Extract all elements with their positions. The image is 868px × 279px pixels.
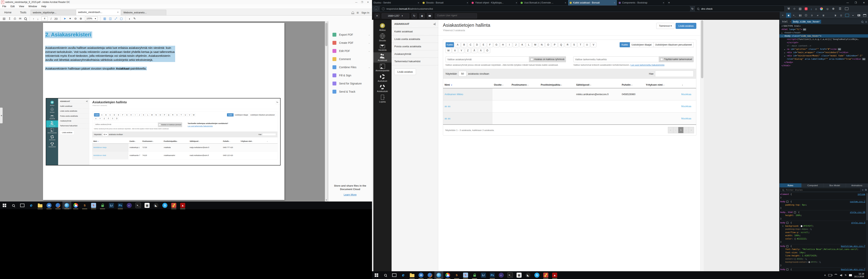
document-tab[interactable]: Webvire_extraneto... (121, 10, 166, 15)
stylesheet-link[interactable]: custom.css:2 (850, 200, 866, 204)
taskbar-acrobat-reader[interactable]: ▲ (550, 271, 559, 279)
color-swatch[interactable] (794, 238, 796, 240)
alphabet-button-G[interactable]: G (494, 42, 499, 47)
alphabet-button-C[interactable]: C (468, 42, 473, 47)
responsive-mode-icon[interactable] (845, 14, 849, 17)
alphabet-button-L[interactable]: L (146, 113, 150, 117)
sidebar-item-aloitus[interactable]: BAloitus (373, 22, 392, 33)
rdm-close-icon[interactable]: ✕ (375, 13, 379, 18)
css-declaration[interactable]: font-size: 14px; (780, 251, 866, 254)
alphabet-button-L[interactable]: L (526, 42, 532, 47)
split-console-icon[interactable]: ◫ (839, 13, 844, 18)
markup-line[interactable]: ▶<div id="minibrowserModal" class="modal… (779, 54, 868, 61)
checkbox[interactable] (660, 58, 663, 61)
document-scrollbar[interactable]: ▼ (325, 21, 328, 202)
alphabet-button-W[interactable]: W (192, 113, 195, 117)
taskbar-file-explorer[interactable] (408, 271, 416, 279)
add-customer-primary-button[interactable]: Lisää asiakas (676, 23, 696, 29)
devtools-tab-performance[interactable]: ◷ (809, 13, 814, 18)
taskbar-start[interactable] (372, 271, 381, 279)
taskbar-lightroom[interactable]: Lr (479, 271, 488, 279)
panel-item[interactable]: Lisää useita asiakkaita (392, 35, 438, 43)
markup-line[interactable]: <script>(function(i,s,o,g,r,a,m){i['Goog… (779, 38, 868, 41)
expand-icon[interactable]: ▶ (782, 224, 783, 228)
markup-line[interactable]: </body> (779, 61, 868, 64)
markup-line[interactable]: ▶<head></head> (779, 31, 868, 34)
alphabet-button-N[interactable]: N (539, 42, 545, 47)
search-declaration-icon[interactable] (819, 261, 820, 263)
taskbar-search[interactable] (9, 202, 18, 209)
sidebar-item-asetukset[interactable]: Asetukset (46, 134, 58, 142)
alphabet-button-E[interactable]: E (481, 42, 487, 47)
rdm-screenshot-icon[interactable] (427, 13, 432, 19)
alphabet-button-W[interactable]: W (445, 48, 452, 53)
search-declaration-icon[interactable] (805, 258, 807, 259)
sidebar-item-sivusto[interactable]: Sivusto (373, 32, 392, 42)
alphabet-button-B[interactable]: B (461, 42, 467, 47)
alphabet-button-Y[interactable]: Y (459, 48, 464, 53)
highlight-target-icon[interactable] (786, 222, 788, 224)
search-bar[interactable] (695, 6, 784, 11)
panel-item[interactable]: Tarkennetut hakuehdot (392, 58, 438, 65)
alphabet-button-K[interactable]: K (142, 113, 146, 117)
alphabet-button-Ö[interactable]: Ö (115, 117, 119, 120)
save-icon[interactable]: ▤ (3, 17, 5, 20)
alphabet-button-V[interactable]: V (591, 42, 596, 47)
dock-side-icon[interactable]: ◨ (833, 13, 838, 18)
column-header-yrityksen nimi[interactable]: Yrityksen nimi▲▼ (644, 82, 680, 88)
full-screen-icon[interactable]: ⤢ (115, 17, 117, 20)
rule-selector[interactable]: body (780, 245, 785, 247)
taskbar-thunderbird[interactable]: ✉ (416, 271, 426, 279)
filter-button[interactable]: Uutiskirjeen tilaajat (630, 42, 653, 47)
document-tab[interactable]: webvire_viestintaoh...✕ (76, 9, 121, 15)
panel-item[interactable]: Poista useita asiakkaita (392, 42, 438, 50)
markup-line[interactable]: <html lang="fi">ev (779, 28, 868, 31)
rdm-touch-icon[interactable]: ◉ (419, 13, 425, 19)
sidebar-item-asetukset[interactable]: Asetukset (373, 73, 392, 83)
alphabet-button-M[interactable]: M (150, 113, 154, 117)
taskbar-filezilla[interactable]: ϟ (461, 271, 470, 279)
pagination-button[interactable]: » (689, 127, 694, 133)
markup-line[interactable]: ▼<body class="side_nav_hover"> (779, 34, 868, 38)
reading-mode-icon[interactable]: ▢ (120, 17, 123, 20)
edit-row-link[interactable]: Muokkaa (681, 117, 691, 120)
collapse-panel-icon[interactable]: ◀ (433, 23, 436, 25)
devtools-tab-console[interactable]: >_ (792, 13, 797, 18)
panel-item[interactable]: Kaikki asiakkaat (392, 28, 438, 35)
upload-icon[interactable]: ↥ (8, 17, 11, 20)
event-badge[interactable]: ev (862, 58, 866, 60)
alphabet-button-E[interactable]: E (117, 113, 120, 117)
css-declaration[interactable]: overflow-y: scroll; (780, 231, 866, 234)
rule-selector[interactable]: body (780, 221, 785, 224)
sidebar-item-aloitus[interactable]: WAloitus (46, 100, 58, 107)
alphabet-button-Z[interactable]: Z (102, 117, 106, 120)
breadcrumb-item[interactable]: body.side_nav_hover (792, 20, 821, 24)
translate-icon[interactable]: ⊕ (832, 7, 835, 10)
checkbox[interactable] (159, 124, 160, 126)
devtools-tab-style-editor[interactable]: {} (804, 13, 808, 18)
alphabet-button-N[interactable]: N (154, 113, 158, 117)
taskbar-sublime-text[interactable]: S (452, 271, 461, 279)
browser-tab[interactable]: Uusi Bonsait.io | Evernote ...✕ (519, 0, 568, 5)
markup-line[interactable]: <!--main content--> (779, 44, 868, 48)
alphabet-button-V[interactable]: V (188, 113, 191, 117)
checkbox[interactable] (530, 58, 533, 61)
taskbar-terminal[interactable]: >_ (506, 271, 515, 279)
add-customer-button[interactable]: Lisää asiakas (60, 131, 74, 135)
group-select-input[interactable] (445, 56, 529, 62)
column-header-sähköposti[interactable]: Sähköposti▲▼ (575, 82, 620, 88)
rdm-size-select[interactable]: 1688×1257▼ (382, 13, 409, 19)
search-icon[interactable] (24, 18, 27, 20)
menu-item-help[interactable]: Help (41, 5, 46, 8)
markup-line[interactable]: </script> (779, 41, 868, 44)
close-tab-icon[interactable]: ✕ (565, 2, 566, 4)
column-header-osoite[interactable]: Osoite▲▼ (128, 139, 142, 144)
taskbar-photoshop[interactable]: Ps (488, 271, 497, 279)
taskbar-winscp[interactable] (98, 202, 107, 209)
search-input[interactable] (701, 7, 782, 10)
alphabet-button-P[interactable]: P (552, 42, 558, 47)
fit-width-icon[interactable]: ▥ (103, 17, 106, 20)
css-declaration[interactable]: padding-top: 42px; (780, 228, 866, 231)
column-header-nimi[interactable]: Nimi▼ (92, 139, 128, 144)
notification-bell-icon[interactable] (352, 11, 354, 14)
